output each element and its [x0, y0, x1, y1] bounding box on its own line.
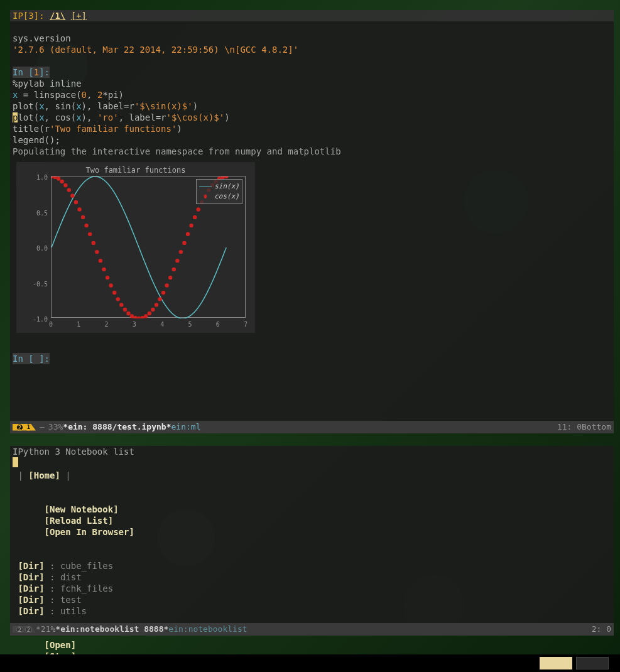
xtick: 2	[101, 319, 113, 333]
svg-point-41	[193, 215, 197, 219]
taskbar-item[interactable]	[540, 657, 572, 669]
reload-list-button[interactable]: [Reload List]	[45, 516, 114, 526]
kernel-indicator: IP[3]:	[13, 11, 45, 21]
major-mode: ein:ml	[171, 421, 201, 433]
code-line-3[interactable]: plot(x, sin(x), label=r'$\sin(x)$')	[13, 101, 198, 111]
output-cell: sys.version '2.7.6 (default, Mar 22 2014…	[10, 21, 614, 157]
ytick: 0.5	[16, 208, 48, 219]
svg-point-14	[99, 259, 102, 263]
svg-point-5	[67, 188, 71, 192]
svg-point-6	[70, 193, 74, 197]
open-in-browser-button[interactable]: [Open In Browser]	[45, 527, 134, 537]
svg-point-25	[137, 317, 141, 318]
matplotlib-figure: Two familiar functions -1.0-0.50.00.51.0…	[16, 162, 255, 333]
svg-point-1	[53, 176, 57, 179]
ytick: 1.0	[16, 172, 48, 183]
notebook-header: IP[3]: /1\ [+]	[10, 10, 614, 21]
ytick: -0.5	[16, 279, 48, 290]
svg-point-4	[63, 183, 67, 187]
svg-point-27	[144, 314, 148, 318]
new-notebook-button[interactable]: [New Notebook]	[45, 504, 119, 514]
modeline-bottom: 2 2 * 21% *ein:notebooklist 8888* ein:no…	[10, 623, 614, 636]
svg-point-20	[119, 303, 123, 306]
nblist-title: IPython 3 Notebook list	[13, 446, 611, 457]
add-worksheet-button[interactable]: [+]	[71, 11, 87, 21]
svg-point-2	[57, 176, 60, 180]
svg-point-35	[172, 268, 176, 271]
xtick: 4	[156, 319, 168, 333]
svg-point-28	[148, 312, 151, 315]
svg-point-9	[81, 215, 85, 219]
code-line-4[interactable]: plot(x, cos(x), 'ro', label=r'$\cos(x)$'…	[13, 112, 230, 122]
modeline-percent: 21%	[41, 624, 55, 635]
ytick: 0.0	[16, 243, 48, 254]
code-line-1[interactable]: %pylab inline	[13, 79, 82, 89]
ytick: -1.0	[16, 314, 48, 325]
home-link[interactable]: [Home]	[28, 470, 60, 480]
dir-name: fchk_files	[60, 583, 113, 593]
svg-point-16	[106, 276, 109, 279]
svg-point-23	[130, 314, 134, 318]
cell-prompt-1: In [1]:	[13, 67, 50, 78]
svg-point-31	[158, 297, 161, 301]
svg-point-29	[151, 308, 155, 312]
dir-link[interactable]: [Dir]	[18, 595, 44, 605]
cursor-position: 2: 0	[592, 624, 611, 635]
svg-point-38	[182, 241, 186, 245]
svg-point-42	[197, 207, 200, 211]
scroll-position: Bottom	[582, 421, 611, 433]
notebook-pane: IP[3]: /1\ [+] sys.version '2.7.6 (defau…	[10, 10, 614, 433]
dir-link[interactable]: [Dir]	[18, 606, 44, 616]
code-line-2[interactable]: x = linspace(0, 2*pi)	[13, 90, 124, 100]
cursor-position: 11: 0	[557, 421, 582, 433]
xtick: 6	[212, 319, 224, 333]
buffer-name: *ein:notebooklist 8888*	[55, 624, 168, 635]
legend-line-icon	[199, 187, 212, 187]
svg-point-7	[74, 200, 78, 204]
dir-name: dist	[60, 572, 82, 582]
empty-cell[interactable]: In [ ]:	[10, 342, 614, 376]
svg-point-11	[88, 232, 92, 236]
svg-point-21	[123, 308, 127, 312]
legend-item-2: cos(x)	[214, 191, 239, 202]
svg-point-19	[116, 297, 120, 301]
code-line-5[interactable]: title(r'Two familiar functions')	[13, 124, 182, 134]
svg-point-39	[186, 232, 190, 236]
output-code: sys.version	[13, 33, 71, 43]
svg-point-26	[140, 316, 144, 318]
buffer-name: *ein: 8888/test.ipynb*	[63, 421, 171, 433]
svg-point-40	[189, 224, 193, 227]
modeline-top: 2 1 — 33% *ein: 8888/test.ipynb* ein:ml …	[10, 421, 614, 433]
dir-link[interactable]: [Dir]	[18, 583, 44, 593]
file-open-button[interactable]: [Open]	[45, 640, 77, 650]
svg-point-32	[161, 291, 165, 295]
window-number-badge: 2 1	[13, 424, 36, 431]
worksheet-tab[interactable]: /1\	[50, 11, 65, 21]
svg-point-3	[60, 180, 63, 183]
dir-link[interactable]: [Dir]	[18, 572, 44, 582]
svg-point-36	[175, 259, 179, 263]
xtick: 3	[128, 319, 141, 333]
xtick: 1	[72, 319, 85, 333]
dir-name: test	[60, 595, 82, 605]
major-mode: ein:notebooklist	[168, 624, 247, 635]
svg-point-15	[102, 268, 106, 271]
cell-stdout: Populating the interactive namespace fro…	[13, 146, 341, 156]
modeline-percent: 33%	[48, 421, 63, 433]
svg-point-8	[77, 207, 81, 211]
os-taskbar	[0, 654, 620, 672]
dir-name: utils	[60, 606, 87, 616]
svg-point-12	[92, 241, 95, 245]
notebooklist-pane: IPython 3 Notebook list | [Home] | [New …	[10, 446, 614, 636]
xtick: 7	[239, 319, 252, 333]
text-cursor	[13, 457, 18, 467]
svg-point-10	[84, 224, 88, 227]
dir-link[interactable]: [Dir]	[18, 561, 44, 571]
svg-point-50	[224, 176, 228, 178]
code-line-6[interactable]: legend();	[13, 135, 60, 145]
svg-point-33	[165, 283, 168, 287]
svg-point-37	[179, 250, 183, 254]
taskbar-item[interactable]	[576, 657, 609, 669]
legend-dot-icon	[204, 195, 207, 198]
legend: sin(x) cos(x)	[196, 179, 242, 204]
